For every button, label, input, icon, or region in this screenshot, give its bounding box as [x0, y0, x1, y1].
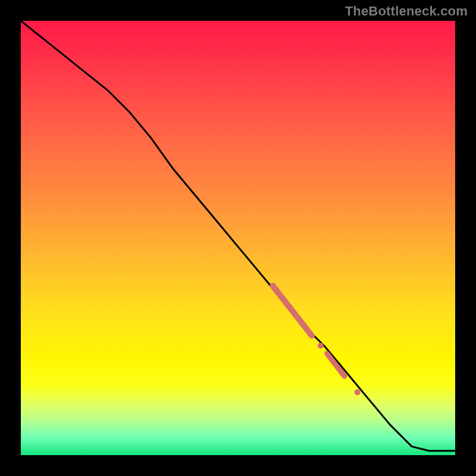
- marker-dot: [355, 389, 361, 395]
- marker-segment: [273, 286, 312, 336]
- marker-dot: [318, 343, 324, 349]
- chart-frame: TheBottleneck.com: [0, 0, 476, 476]
- marker-segment: [327, 353, 345, 376]
- watermark-text: TheBottleneck.com: [345, 4, 468, 19]
- plot-area: [21, 21, 455, 455]
- chart-svg: [21, 21, 455, 455]
- curve-markers: [273, 286, 360, 395]
- bottleneck-curve-line: [21, 21, 455, 451]
